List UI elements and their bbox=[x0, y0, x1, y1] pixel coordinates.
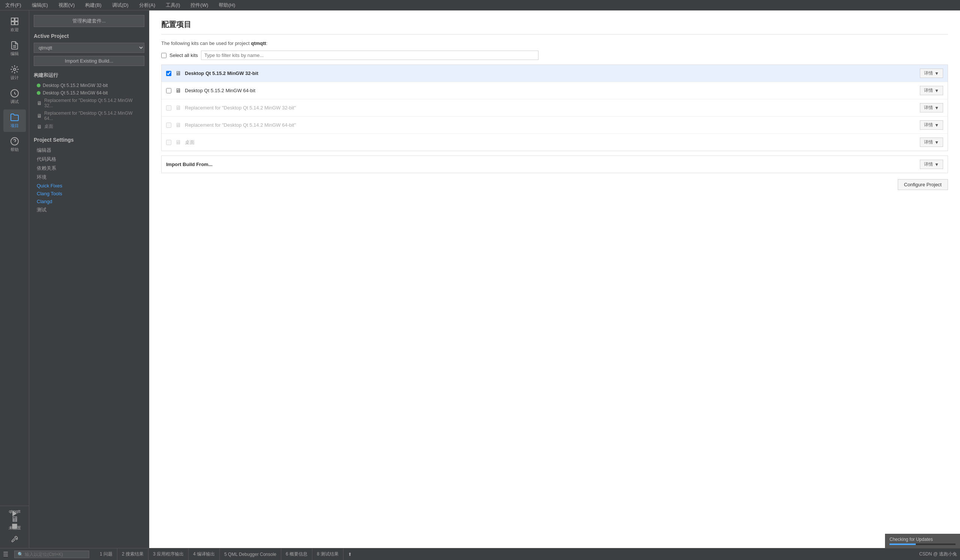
menu-controls[interactable]: 控件(W) bbox=[188, 1, 210, 10]
update-notification: Checking for Updates bbox=[885, 534, 960, 548]
update-progress-bar-container bbox=[890, 544, 955, 545]
tab-expand[interactable]: ⬆ bbox=[344, 548, 356, 560]
details-button-desktop-32[interactable]: 详情 ▼ bbox=[920, 69, 943, 78]
settings-code-style[interactable]: 代码风格 bbox=[34, 155, 144, 164]
tab-search-results[interactable]: 2 搜索结果 bbox=[117, 548, 149, 560]
stop-button[interactable] bbox=[9, 520, 21, 532]
manage-kits-button[interactable]: 管理构建套件... bbox=[34, 15, 144, 27]
menu-edit[interactable]: 编辑(E) bbox=[30, 1, 50, 10]
import-existing-build-button[interactable]: Import Existing Build... bbox=[34, 56, 144, 66]
status-right: CSDN @ 逃跑小兔 bbox=[919, 551, 957, 557]
settings-environment[interactable]: 环境 bbox=[34, 173, 144, 182]
status-dot-green bbox=[37, 91, 40, 95]
select-all-label: Select all kits bbox=[170, 53, 198, 58]
project-settings-title: Project Settings bbox=[34, 137, 144, 143]
build-item-label: Desktop Qt 5.15.2 MinGW 32-bit bbox=[43, 83, 108, 88]
sidebar-item-edit[interactable]: 编辑 bbox=[3, 37, 26, 60]
monitor-icon-dim: 🖥 bbox=[175, 122, 181, 129]
build-item-desktop[interactable]: 🖥 桌面 bbox=[34, 122, 144, 131]
sidebar-item-welcome[interactable]: 欢迎 bbox=[3, 13, 26, 36]
menu-view[interactable]: 视图(V) bbox=[56, 1, 77, 10]
details-button-desktop-64[interactable]: 详情 ▼ bbox=[920, 86, 943, 95]
build-item-replacement-32[interactable]: 🖥 Replacement for "Desktop Qt 5.14.2 Min… bbox=[34, 97, 144, 110]
monitor-icon-dim: 🖥 bbox=[175, 105, 181, 111]
active-project-select[interactable]: qtmqtt bbox=[34, 43, 144, 53]
select-all-checkbox[interactable] bbox=[161, 53, 166, 58]
monitor-icon: 🖥 bbox=[175, 70, 181, 77]
kit-row-replacement-64[interactable]: 🖥 Replacement for "Desktop Qt 5.14.2 Min… bbox=[162, 116, 948, 134]
sidebar-item-design[interactable]: 设计 bbox=[3, 61, 26, 84]
build-item-replacement-64[interactable]: 🖥 Replacement for "Desktop Qt 5.14.2 Min… bbox=[34, 110, 144, 122]
menu-analyze[interactable]: 分析(A) bbox=[137, 1, 157, 10]
kit-name-desktop-64: Desktop Qt 5.15.2 MinGW 64-bit bbox=[185, 88, 916, 93]
hammer-button[interactable] bbox=[9, 533, 21, 545]
details-button-desktop[interactable]: 详情 ▼ bbox=[920, 137, 943, 147]
tab-compile-output[interactable]: 4 编译输出 bbox=[189, 548, 220, 560]
subtitle-suffix: : bbox=[266, 40, 268, 46]
kit-checkbox-desktop-32[interactable] bbox=[166, 71, 171, 76]
settings-clangd[interactable]: Clangd bbox=[34, 198, 144, 206]
sidebar-item-project[interactable]: 项目 bbox=[3, 110, 26, 132]
monitor-icon: 🖥 bbox=[37, 124, 42, 130]
svg-rect-1 bbox=[15, 18, 18, 21]
sidebar-item-debug[interactable]: 调试 bbox=[3, 85, 26, 108]
menu-file[interactable]: 文件(F) bbox=[3, 1, 24, 10]
menu-debug[interactable]: 调试(D) bbox=[110, 1, 131, 10]
menu-tools[interactable]: 工具(I) bbox=[163, 1, 182, 10]
select-all-row: Select all kits bbox=[161, 51, 948, 60]
monitor-icon: 🖥 bbox=[37, 113, 42, 119]
settings-test[interactable]: 测试 bbox=[34, 206, 144, 214]
svg-rect-0 bbox=[11, 18, 14, 21]
settings-clang-tools[interactable]: Clang Tools bbox=[34, 190, 144, 198]
search-input[interactable] bbox=[25, 552, 77, 557]
kit-name-desktop: 桌面 bbox=[185, 139, 916, 146]
kit-row-desktop[interactable]: 🖥 桌面 详情 ▼ bbox=[162, 134, 948, 151]
menubar: 文件(F) 编辑(E) 视图(V) 构建(B) 调试(D) 分析(A) 工具(I… bbox=[0, 0, 960, 11]
sidebar-item-help[interactable]: 帮助 bbox=[3, 134, 26, 156]
kit-checkbox-replacement-32[interactable] bbox=[166, 105, 171, 110]
build-item-desktop-64[interactable]: Desktop Qt 5.15.2 MinGW 64-bit bbox=[34, 89, 144, 97]
run-area bbox=[0, 504, 29, 548]
kit-checkbox-desktop-64[interactable] bbox=[166, 88, 171, 93]
kit-row-desktop-32[interactable]: 🖥 Desktop Qt 5.15.2 MinGW 32-bit 详情 ▼ bbox=[162, 65, 948, 82]
svg-marker-9 bbox=[12, 511, 17, 517]
build-item-label: Desktop Qt 5.15.2 MinGW 64-bit bbox=[43, 90, 108, 96]
status-dot-green bbox=[37, 84, 40, 87]
configure-project-button[interactable]: Configure Project bbox=[898, 179, 948, 190]
tab-overview[interactable]: 6 概要信息 bbox=[281, 548, 312, 560]
kit-row-replacement-32[interactable]: 🖥 Replacement for "Desktop Qt 5.14.2 Min… bbox=[162, 99, 948, 116]
sidebar-toggle-icon[interactable]: ☰ bbox=[3, 550, 8, 558]
status-right-label: CSDN @ 逃跑小兔 bbox=[919, 551, 957, 557]
svg-rect-3 bbox=[15, 22, 18, 25]
build-item-desktop-32[interactable]: Desktop Qt 5.15.2 MinGW 32-bit bbox=[34, 82, 144, 89]
project-sidebar: 管理构建套件... Active Project qtmqtt Import E… bbox=[29, 11, 149, 548]
details-button-import[interactable]: 详情 ▼ bbox=[920, 160, 943, 169]
page-title: 配置项目 bbox=[161, 19, 948, 35]
search-bar: 🔍 bbox=[14, 550, 89, 558]
icon-sidebar: 欢迎 编辑 设计 调试 项目 bbox=[0, 11, 29, 548]
kit-row-desktop-64[interactable]: 🖥 Desktop Qt 5.15.2 MinGW 64-bit 详情 ▼ bbox=[162, 82, 948, 99]
kit-checkbox-desktop[interactable] bbox=[166, 140, 171, 145]
build-item-label: 桌面 bbox=[44, 123, 53, 130]
statusbar: ☰ 🔍 1 问题 2 搜索结果 3 应用程序输出 4 编译输出 5 QML De… bbox=[0, 548, 960, 560]
settings-dependencies[interactable]: 依赖关系 bbox=[34, 164, 144, 173]
settings-editor[interactable]: 编辑器 bbox=[34, 146, 144, 155]
details-button-replacement-64[interactable]: 详情 ▼ bbox=[920, 120, 943, 130]
import-build-row[interactable]: Import Build From... 详情 ▼ bbox=[161, 156, 948, 173]
menu-help[interactable]: 帮助(H) bbox=[216, 1, 237, 10]
build-run-title: 构建和运行 bbox=[34, 72, 144, 79]
tab-test-results[interactable]: 8 测试结果 bbox=[312, 548, 344, 560]
run-button[interactable] bbox=[9, 507, 21, 520]
monitor-icon: 🖥 bbox=[175, 87, 181, 94]
main-content: 配置项目 The following kits can be used for … bbox=[149, 11, 960, 548]
kit-checkbox-replacement-64[interactable] bbox=[166, 123, 171, 128]
tab-qml-debugger[interactable]: 5 QML Debugger Console bbox=[220, 548, 281, 560]
import-build-label: Import Build From... bbox=[166, 161, 916, 167]
menu-build[interactable]: 构建(B) bbox=[83, 1, 104, 10]
status-tabs: 1 问题 2 搜索结果 3 应用程序输出 4 编译输出 5 QML Debugg… bbox=[95, 548, 913, 560]
settings-quick-fixes[interactable]: Quick Fixes bbox=[34, 182, 144, 190]
filter-kits-input[interactable] bbox=[201, 51, 539, 60]
tab-issues[interactable]: 1 问题 bbox=[95, 548, 117, 560]
tab-app-output[interactable]: 3 应用程序输出 bbox=[149, 548, 189, 560]
details-button-replacement-32[interactable]: 详情 ▼ bbox=[920, 103, 943, 112]
